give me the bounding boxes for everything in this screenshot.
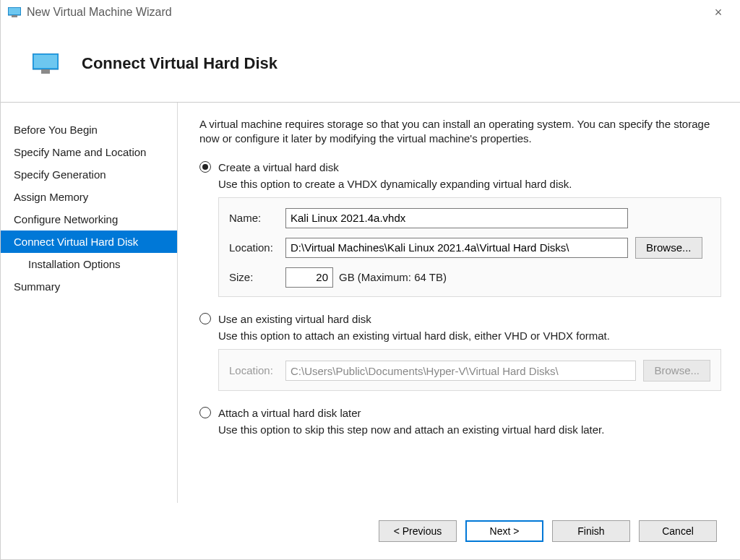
content-pane: A virtual machine requires storage so th… xyxy=(178,103,740,503)
existing-location-value: C:\Users\Public\Documents\Hyper-V\Virtua… xyxy=(285,361,636,381)
radio-later-label: Attach a virtual hard disk later xyxy=(218,407,361,419)
svg-rect-1 xyxy=(9,8,20,14)
browse-button[interactable]: Browse... xyxy=(635,237,702,259)
app-icon xyxy=(8,7,21,17)
later-desc: Use this option to skip this step now an… xyxy=(218,423,721,436)
sidebar-item-connect-vhd[interactable]: Connect Virtual Hard Disk xyxy=(1,231,177,253)
window-title: New Virtual Machine Wizard xyxy=(27,6,172,19)
next-button[interactable]: Next > xyxy=(465,520,543,542)
sidebar-item-before-you-begin[interactable]: Before You Begin xyxy=(1,119,177,141)
option-existing: Use an existing virtual hard disk Use th… xyxy=(199,313,721,391)
sidebar-item-assign-memory[interactable]: Assign Memory xyxy=(1,186,177,208)
radio-create[interactable] xyxy=(199,161,211,173)
page-title: Connect Virtual Hard Disk xyxy=(82,54,278,73)
size-note: GB (Maximum: 64 TB) xyxy=(339,271,447,283)
radio-existing-label: Use an existing virtual hard disk xyxy=(218,313,371,325)
sidebar-item-installation-options[interactable]: Installation Options xyxy=(1,253,177,275)
header-band: Connect Virtual Hard Disk xyxy=(1,25,740,103)
finish-button[interactable]: Finish xyxy=(552,520,630,542)
previous-button[interactable]: < Previous xyxy=(379,520,457,542)
name-input[interactable] xyxy=(285,208,628,228)
name-label: Name: xyxy=(229,212,285,224)
option-create: Create a virtual hard disk Use this opti… xyxy=(199,161,721,297)
body-area: Before You Begin Specify Name and Locati… xyxy=(1,103,740,503)
radio-create-label: Create a virtual hard disk xyxy=(218,161,339,173)
create-desc: Use this option to create a VHDX dynamic… xyxy=(218,178,721,190)
size-input[interactable] xyxy=(285,267,333,288)
existing-location-label: Location: xyxy=(229,364,285,376)
sidebar-item-specify-name-location[interactable]: Specify Name and Location xyxy=(1,141,177,163)
svg-rect-2 xyxy=(12,15,17,17)
intro-text: A virtual machine requires storage so th… xyxy=(199,117,721,147)
svg-rect-5 xyxy=(41,69,50,74)
sidebar-item-configure-networking[interactable]: Configure Networking xyxy=(1,208,177,231)
svg-rect-4 xyxy=(34,55,57,68)
location-label: Location: xyxy=(229,241,285,254)
cancel-button[interactable]: Cancel xyxy=(639,520,717,542)
sidebar-item-summary[interactable]: Summary xyxy=(1,275,177,298)
sidebar: Before You Begin Specify Name and Locati… xyxy=(1,103,178,503)
size-label: Size: xyxy=(229,271,285,283)
sidebar-item-specify-generation[interactable]: Specify Generation xyxy=(1,163,177,186)
page-icon xyxy=(33,53,59,74)
radio-existing[interactable] xyxy=(199,313,211,324)
titlebar: New Virtual Machine Wizard × xyxy=(1,0,740,25)
radio-later[interactable] xyxy=(199,407,211,418)
existing-panel: Location: C:\Users\Public\Documents\Hype… xyxy=(218,349,721,391)
option-later: Attach a virtual hard disk later Use thi… xyxy=(199,407,721,436)
location-input[interactable] xyxy=(285,238,628,258)
existing-desc: Use this option to attach an existing vi… xyxy=(218,329,721,342)
create-panel: Name: Location: Browse... Size: GB (Maxi… xyxy=(218,197,721,297)
close-button[interactable]: × xyxy=(704,5,733,20)
wizard-window: New Virtual Machine Wizard × Connect Vir… xyxy=(0,0,740,560)
existing-browse-button: Browse... xyxy=(643,360,710,382)
footer: < Previous Next > Finish Cancel xyxy=(1,503,740,559)
